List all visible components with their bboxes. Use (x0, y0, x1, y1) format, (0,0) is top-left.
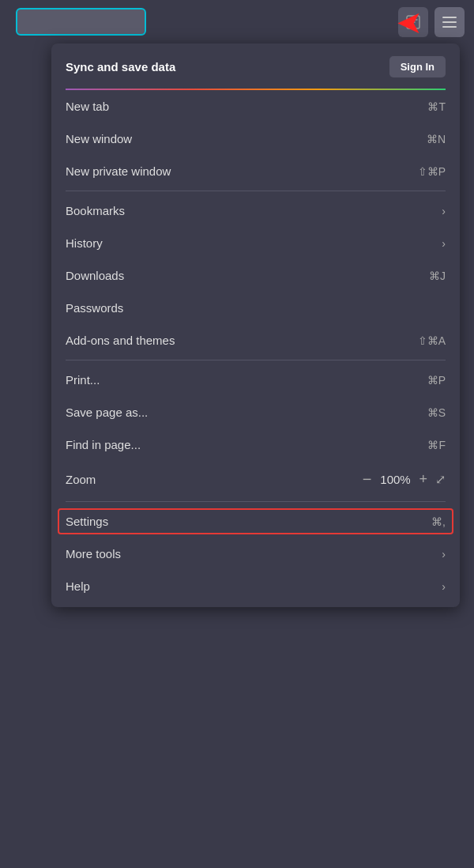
menu-shortcut-print: ⌘P (427, 374, 446, 387)
zoom-decrease-button[interactable]: − (363, 470, 372, 489)
menu-shortcut-new-tab: ⌘T (427, 100, 446, 113)
menu-label-bookmarks: Bookmarks (66, 204, 125, 217)
sync-section: Sync and save data Sign In (51, 43, 460, 89)
menu-shortcut-find-in-page: ⌘F (427, 439, 446, 451)
menu-shortcut-save-page: ⌘S (427, 406, 446, 419)
menu-item-save-page[interactable]: Save page as... ⌘S (51, 396, 460, 428)
fullscreen-icon[interactable]: ⤢ (435, 472, 446, 487)
zoom-label: Zoom (66, 473, 96, 486)
menu-label-print: Print... (66, 373, 100, 387)
divider-2 (66, 360, 446, 360)
menu-item-addons[interactable]: Add-ons and themes ⇧⌘A (51, 324, 460, 357)
chevron-right-icon-more-tools: › (442, 548, 446, 560)
address-bar[interactable] (16, 8, 146, 36)
menu-item-print[interactable]: Print... ⌘P (51, 364, 460, 396)
zoom-level: 100% (379, 473, 411, 486)
menu-shortcut-new-window: ⌘N (427, 133, 446, 145)
settings-highlight-box (58, 508, 453, 534)
menu-label-passwords: Passwords (66, 301, 123, 315)
sign-in-button[interactable]: Sign In (389, 56, 446, 77)
divider-1 (66, 191, 446, 191)
menu-label-save-page: Save page as... (66, 406, 148, 419)
chevron-right-icon-help: › (442, 580, 446, 593)
menu-item-passwords[interactable]: Passwords (51, 292, 460, 324)
menu-item-history[interactable]: History › (51, 227, 460, 259)
zoom-increase-button[interactable]: + (419, 471, 427, 488)
menu-item-new-window[interactable]: New window ⌘N (51, 123, 460, 155)
menu-label-settings: Settings (66, 515, 108, 528)
menu-label-find-in-page: Find in page... (66, 438, 141, 451)
divider-3 (66, 501, 446, 502)
hamburger-button[interactable] (434, 7, 465, 37)
chevron-right-icon-bookmarks: › (442, 205, 446, 217)
menu-label-more-tools: More tools (66, 547, 121, 560)
menu-item-settings[interactable]: Settings ⌘, (51, 505, 460, 538)
menu-item-find-in-page[interactable]: Find in page... ⌘F (51, 428, 460, 461)
menu-item-new-private-window[interactable]: New private window ⇧⌘P (51, 155, 460, 187)
menu-shortcut-settings: ⌘, (431, 515, 446, 528)
menu-item-downloads[interactable]: Downloads ⌘J (51, 259, 460, 292)
menu-shortcut-addons: ⇧⌘A (418, 334, 446, 347)
menu-item-more-tools[interactable]: More tools › (51, 538, 460, 570)
browser-menu: Sync and save data Sign In New tab ⌘T Ne… (51, 43, 460, 607)
menu-label-addons: Add-ons and themes (66, 334, 175, 347)
menu-label-new-private-window: New private window (66, 164, 171, 178)
menu-label-help: Help (66, 579, 90, 593)
menu-shortcut-downloads: ⌘J (429, 270, 446, 282)
menu-label-new-window: New window (66, 132, 132, 145)
menu-item-help[interactable]: Help › (51, 570, 460, 602)
zoom-controls: − 100% + ⤢ (363, 470, 446, 489)
menu-item-new-tab[interactable]: New tab ⌘T (51, 90, 460, 123)
menu-label-new-tab: New tab (66, 100, 109, 113)
zoom-row: Zoom − 100% + ⤢ (51, 461, 460, 498)
browser-toolbar: ➤ (0, 0, 474, 43)
arrow-indicator: ➤ (396, 6, 423, 38)
menu-shortcut-new-private-window: ⇧⌘P (418, 165, 446, 178)
menu-label-history: History (66, 236, 103, 250)
sync-title: Sync and save data (66, 60, 175, 74)
menu-label-downloads: Downloads (66, 269, 124, 282)
menu-item-bookmarks[interactable]: Bookmarks › (51, 194, 460, 227)
chevron-right-icon-history: › (442, 237, 446, 250)
